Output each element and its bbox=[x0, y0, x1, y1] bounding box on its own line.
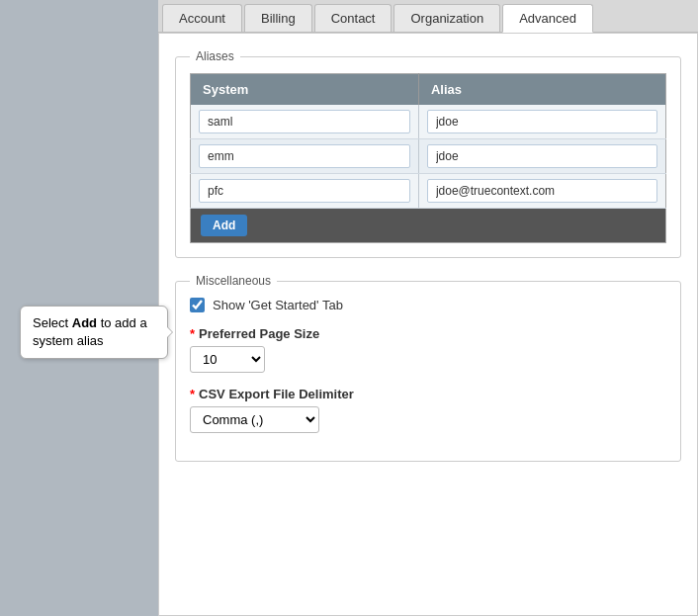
callout-text-before: Select bbox=[33, 315, 72, 330]
tab-account[interactable]: Account bbox=[162, 4, 242, 32]
page-size-required-star: * bbox=[190, 326, 195, 341]
system-input[interactable] bbox=[199, 110, 410, 133]
show-get-started-label: Show 'Get Started' Tab bbox=[213, 298, 343, 312]
page-size-select[interactable]: 102550100 bbox=[190, 346, 265, 373]
system-cell bbox=[191, 105, 419, 139]
aliases-footer-row: Add bbox=[191, 209, 666, 243]
system-cell bbox=[191, 174, 419, 209]
alias-cell bbox=[418, 174, 665, 209]
show-get-started-row: Show 'Get Started' Tab bbox=[190, 298, 666, 312]
add-button-cell: Add bbox=[191, 209, 666, 243]
alias-cell bbox=[418, 105, 665, 139]
misc-legend: Miscellaneous bbox=[190, 274, 277, 288]
system-input[interactable] bbox=[199, 179, 410, 203]
misc-fieldset: Miscellaneous Show 'Get Started' Tab *Pr… bbox=[175, 274, 681, 462]
csv-delimiter-group: *CSV Export File Delimiter Comma (,)Semi… bbox=[190, 387, 666, 433]
col-alias: Alias bbox=[418, 74, 665, 106]
table-header-row: System Alias bbox=[191, 74, 666, 106]
alias-cell bbox=[418, 139, 665, 174]
alias-input[interactable] bbox=[427, 110, 657, 133]
alias-input[interactable] bbox=[427, 144, 657, 168]
tab-billing[interactable]: Billing bbox=[244, 4, 312, 32]
alias-input[interactable] bbox=[427, 179, 657, 203]
csv-delimiter-required-star: * bbox=[190, 387, 195, 401]
csv-delimiter-label: *CSV Export File Delimiter bbox=[190, 387, 666, 401]
show-get-started-checkbox[interactable] bbox=[190, 298, 205, 312]
aliases-fieldset: Aliases System Alias Add bbox=[175, 49, 681, 258]
sidebar: Select Add to add a system alias bbox=[0, 0, 158, 616]
tab-organization[interactable]: Organization bbox=[393, 4, 500, 32]
page-content: Aliases System Alias Add bbox=[158, 33, 698, 616]
page-size-group: *Preferred Page Size 102550100 bbox=[190, 326, 666, 373]
csv-delimiter-select[interactable]: Comma (,)Semicolon (;)TabPipe (|) bbox=[190, 406, 319, 433]
table-row bbox=[191, 139, 666, 174]
tab-contact[interactable]: Contact bbox=[314, 4, 393, 32]
system-cell bbox=[191, 139, 419, 174]
tab-bar: Account Billing Contact Organization Adv… bbox=[158, 0, 698, 33]
tab-advanced[interactable]: Advanced bbox=[502, 4, 593, 33]
aliases-table: System Alias Add bbox=[190, 73, 666, 243]
add-button[interactable]: Add bbox=[201, 215, 247, 236]
main-content: Account Billing Contact Organization Adv… bbox=[158, 0, 698, 616]
table-row bbox=[191, 174, 666, 209]
col-system: System bbox=[191, 74, 419, 106]
table-row bbox=[191, 105, 666, 139]
callout-bold: Add bbox=[72, 315, 97, 330]
page-size-label: *Preferred Page Size bbox=[190, 326, 666, 341]
callout-tooltip: Select Add to add a system alias bbox=[20, 306, 168, 359]
system-input[interactable] bbox=[199, 144, 410, 168]
aliases-legend: Aliases bbox=[190, 49, 240, 63]
